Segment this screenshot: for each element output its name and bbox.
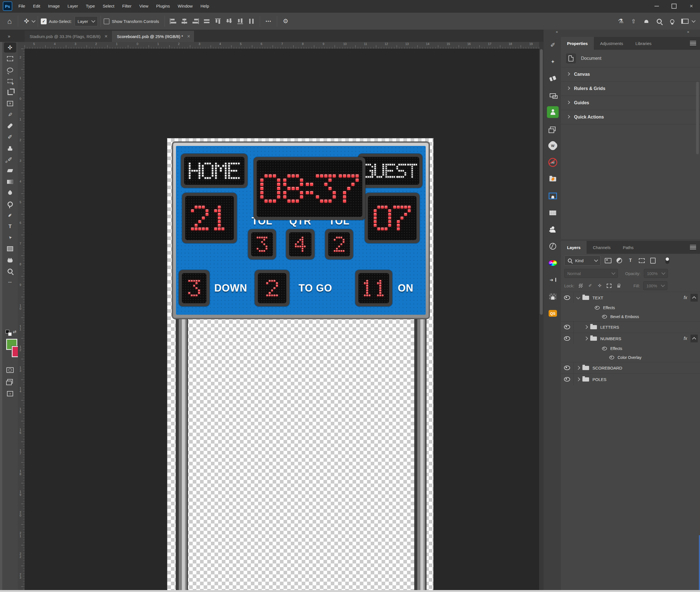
section-canvas[interactable]: Canvas: [561, 67, 700, 82]
gear-icon[interactable]: ⚙: [280, 15, 291, 28]
shape-filter-icon[interactable]: [638, 257, 645, 264]
tool-pen[interactable]: ✒: [4, 210, 16, 220]
tab-properties[interactable]: Properties: [561, 37, 594, 50]
lock-all-icon[interactable]: [615, 283, 622, 289]
group-chevron-icon[interactable]: [584, 337, 588, 340]
portrait-green-icon[interactable]: [547, 106, 559, 118]
fx-badge[interactable]: fx: [684, 336, 687, 341]
tab-channels[interactable]: Channels: [587, 241, 616, 254]
layer-group-text[interactable]: TEXTfx: [561, 292, 700, 303]
magic-wand-icon[interactable]: ✦: [547, 56, 559, 68]
tab-overflow-icon[interactable]: »: [0, 31, 24, 42]
share-icon[interactable]: ⇧: [628, 15, 639, 28]
canvas-scrollbar[interactable]: [539, 42, 544, 592]
no-ai-icon[interactable]: AI: [547, 156, 559, 168]
tab-close-icon[interactable]: ✕: [187, 34, 190, 39]
lock-transparency-icon[interactable]: [578, 283, 584, 289]
tab-adjustments[interactable]: Adjustments: [594, 37, 629, 50]
distribute-v-icon[interactable]: [248, 18, 255, 24]
tab-libraries[interactable]: Libraries: [629, 37, 658, 50]
adjustment-filter-icon[interactable]: [615, 257, 623, 264]
export-arrow-icon[interactable]: ➜: [547, 274, 559, 286]
visibility-eye-icon[interactable]: [602, 315, 607, 318]
fill-input[interactable]: 100%: [643, 281, 667, 290]
layer-effect-effects[interactable]: Effects: [561, 344, 700, 353]
tab-close-icon[interactable]: ✕: [104, 34, 108, 39]
section-guides[interactable]: Guides: [561, 96, 700, 110]
flask-icon[interactable]: ⚗: [615, 15, 626, 28]
layer-comps-icon[interactable]: [547, 123, 559, 135]
tool-eraser[interactable]: [4, 165, 16, 176]
tool-zoom[interactable]: [4, 266, 16, 276]
visibility-eye-icon[interactable]: [595, 306, 600, 310]
search-icon[interactable]: [654, 15, 665, 28]
group-chevron-icon[interactable]: [584, 325, 588, 329]
tool-type[interactable]: T: [4, 221, 16, 232]
tab-layers[interactable]: Layers: [561, 241, 587, 254]
tool-shape[interactable]: [4, 244, 16, 254]
layers-panel-menu-icon[interactable]: [690, 245, 696, 249]
tool-more-tools[interactable]: •••: [4, 277, 16, 287]
filter-toggle[interactable]: [664, 257, 671, 264]
layer-group-numbers[interactable]: NUMBERSfx: [561, 333, 700, 344]
fire-folder-icon[interactable]: [547, 173, 559, 185]
brush-settings-icon[interactable]: ✐: [547, 39, 559, 51]
document-canvas[interactable]: TOL QTR TOL DOWN TO GO ON: [167, 138, 433, 592]
group-chevron-icon[interactable]: [576, 366, 580, 370]
show-transform-checkbox[interactable]: [104, 18, 109, 24]
move-tool-icon[interactable]: ✜: [21, 15, 32, 28]
tool-blur[interactable]: [4, 188, 16, 198]
align-center-h-icon[interactable]: [181, 18, 188, 24]
maximize-button[interactable]: [665, 0, 683, 12]
ball-icon[interactable]: [547, 240, 559, 252]
menu-select[interactable]: Select: [99, 0, 118, 12]
visibility-eye-icon[interactable]: [609, 356, 614, 359]
layer-group-scoreboard[interactable]: SCOREBOARD: [561, 362, 700, 374]
align-left-icon[interactable]: [170, 18, 176, 24]
type-filter-icon[interactable]: T: [627, 257, 634, 264]
distribute-h-icon[interactable]: [203, 18, 210, 24]
menu-edit[interactable]: Edit: [29, 0, 44, 12]
minimize-button[interactable]: [648, 0, 665, 12]
section-rulers-grids[interactable]: Rulers & Grids: [561, 82, 700, 96]
grid-icon[interactable]: [547, 207, 559, 218]
visibility-eye-icon[interactable]: [564, 325, 570, 329]
tool-eyedropper[interactable]: ✑: [4, 109, 16, 119]
menu-window[interactable]: Window: [174, 0, 196, 12]
menu-type[interactable]: Type: [82, 0, 99, 12]
menu-file[interactable]: File: [14, 0, 29, 12]
menu-help[interactable]: Help: [197, 0, 213, 12]
home-icon[interactable]: ⌂: [4, 15, 15, 28]
group-chevron-icon[interactable]: [576, 377, 580, 381]
tool-gradient[interactable]: [4, 177, 16, 187]
horizontal-ruler[interactable]: 54321012345678910111213141516171819: [24, 42, 539, 49]
default-colors-icon[interactable]: [6, 330, 11, 335]
image-filter-icon[interactable]: [604, 257, 612, 264]
brushes-icon[interactable]: [547, 73, 559, 85]
tool-hand[interactable]: [4, 255, 16, 265]
collapse-effects-icon[interactable]: [691, 335, 698, 342]
expand-dock-icon[interactable]: »: [687, 30, 689, 34]
visibility-eye-icon[interactable]: [564, 377, 570, 382]
panel-menu-icon[interactable]: [690, 41, 696, 45]
collapse-dock-icon[interactable]: «: [556, 30, 558, 34]
collapse-effects-icon[interactable]: [691, 294, 698, 302]
blend-mode-dropdown[interactable]: Normal: [564, 269, 618, 278]
tool-rectangular-marquee[interactable]: [4, 54, 16, 64]
tool-history-brush[interactable]: ✐↺: [4, 154, 16, 164]
align-top-icon[interactable]: [215, 18, 221, 24]
close-button[interactable]: ✕: [683, 0, 700, 12]
auto-select-target-dropdown[interactable]: Layer: [74, 16, 98, 26]
canvas-pasteboard[interactable]: TOL QTR TOL DOWN TO GO ON: [18, 42, 539, 592]
document-tab-2[interactable]: Scoreboard1.psb @ 25% (RGB/8) *✕: [112, 31, 195, 42]
screen-mode-button[interactable]: [4, 376, 16, 386]
section-quick-actions[interactable]: Quick Actions: [561, 110, 700, 125]
swap-colors-icon[interactable]: ⇄: [13, 329, 16, 334]
document-tab-1[interactable]: Stadium.psb @ 33.3% (Flags, RGB/8)✕: [24, 31, 112, 42]
gear-w-icon[interactable]: W: [547, 140, 559, 151]
menu-layer[interactable]: Layer: [64, 0, 82, 12]
discover-icon[interactable]: [666, 15, 678, 28]
scrollbar-thumb[interactable]: [540, 49, 543, 315]
properties-scrollbar-thumb[interactable]: [696, 82, 699, 154]
align-right-icon[interactable]: [192, 18, 199, 24]
